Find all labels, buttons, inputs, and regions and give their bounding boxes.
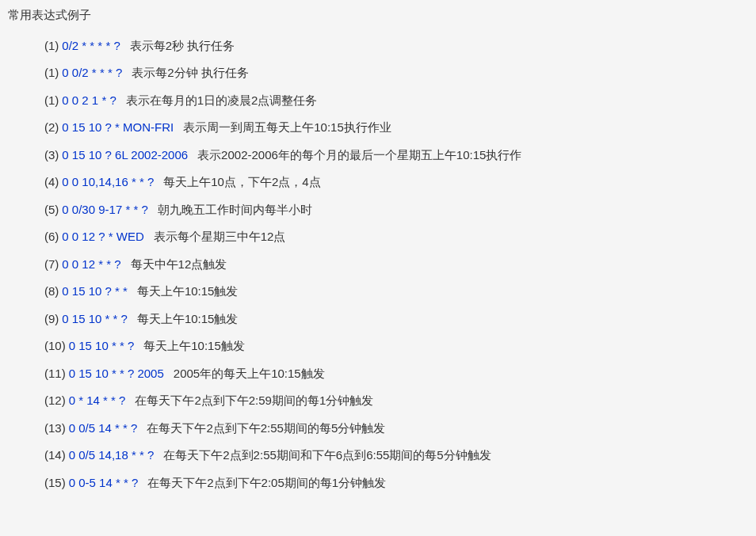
row-description: 表示2002-2006年的每个月的最后一个星期五上午10:15执行作 (197, 146, 521, 165)
row-description: 在每天下午2点到下午2:59期间的每1分钟触发 (135, 392, 373, 410)
expression-row: (1) 0 0/2 * * * ? 表示每2分钟 执行任务 (8, 59, 748, 87)
row-number: (3) (44, 146, 59, 165)
cron-expression: 0 0/30 9-17 * * ? (62, 201, 147, 219)
expression-row: (8) 0 15 10 ? * * 每天上午10:15触发 (8, 278, 748, 306)
cron-expression: 0 0 10,14,16 * * ? (62, 173, 154, 192)
row-description: 2005年的每天上午10:15触发 (174, 365, 325, 383)
row-number: (7) (44, 256, 59, 274)
row-description: 每天上午10:15触发 (143, 337, 245, 355)
row-number: (15) (44, 474, 66, 492)
expression-row: (13) 0 0/5 14 * * ? 在每天下午2点到下午2:55期间的每5分… (8, 415, 748, 443)
row-number: (1) (44, 37, 59, 55)
expression-row: (14) 0 0/5 14,18 * * ? 在每天下午2点到2:55期间和下午… (8, 442, 748, 469)
row-description: 在每天下午2点到下午2:05期间的每1分钟触发 (147, 474, 386, 492)
row-number: (11) (44, 365, 66, 383)
cron-expression: 0 0-5 14 * * ? (69, 474, 139, 492)
row-number: (2) (44, 119, 59, 137)
expression-row: (1) 0 0 2 1 * ? 表示在每月的1日的凌晨2点调整任务 (8, 87, 748, 115)
row-description: 每天上午10:15触发 (137, 283, 239, 301)
row-description: 在每天下午2点到下午2:55期间的每5分钟触发 (147, 420, 385, 438)
expression-row: (3) 0 15 10 ? 6L 2002-2006 表示2002-2006年的… (8, 142, 748, 169)
row-number: (8) (44, 283, 59, 301)
row-description: 每天上午10点，下午2点，4点 (163, 173, 320, 192)
cron-expression: 0 0/2 * * * ? (62, 64, 122, 82)
cron-expression: 0 0/5 14 * * ? (69, 420, 138, 438)
cron-expression: 0 15 10 * * ? (69, 337, 135, 355)
expression-row: (12) 0 * 14 * * ? 在每天下午2点到下午2:59期间的每1分钟触… (8, 387, 748, 415)
cron-expression: 0 0/5 14,18 * * ? (69, 447, 155, 465)
cron-expression: 0 15 10 ? * * (62, 283, 128, 301)
row-description: 表示每2分钟 执行任务 (132, 64, 249, 82)
expression-row: (1) 0/2 * * * * ? 表示每2秒 执行任务 (8, 32, 748, 60)
cron-expression: 0 0 12 ? * WED (62, 228, 143, 246)
expression-list: (1) 0/2 * * * * ? 表示每2秒 执行任务(1) 0 0/2 * … (8, 32, 748, 497)
expression-row: (10) 0 15 10 * * ? 每天上午10:15触发 (8, 333, 748, 360)
row-number: (6) (44, 228, 59, 246)
expression-row: (15) 0 0-5 14 * * ? 在每天下午2点到下午2:05期间的每1分… (8, 469, 748, 497)
row-description: 在每天下午2点到2:55期间和下午6点到6:55期间的每5分钟触发 (163, 447, 491, 465)
cron-expression: 0 * 14 * * ? (69, 392, 126, 410)
row-number: (14) (44, 447, 66, 465)
row-number: (12) (44, 392, 66, 410)
row-description: 表示每2秒 执行任务 (130, 37, 235, 55)
page-title: 常用表达式例子 (8, 6, 748, 25)
row-description: 每天上午10:15触发 (137, 310, 239, 329)
expression-row: (9) 0 15 10 * * ? 每天上午10:15触发 (8, 306, 748, 333)
row-number: (1) (44, 92, 59, 110)
row-description: 每天中午12点触发 (131, 256, 227, 274)
row-description: 朝九晚五工作时间内每半小时 (158, 201, 312, 219)
expression-row: (2) 0 15 10 ? * MON-FRI 表示周一到周五每天上午10:15… (8, 114, 748, 142)
expression-row: (4) 0 0 10,14,16 * * ? 每天上午10点，下午2点，4点 (8, 169, 748, 196)
cron-expression: 0 15 10 * * ? (62, 310, 128, 329)
row-number: (5) (44, 201, 59, 219)
cron-expression: 0 0 12 * * ? (62, 256, 120, 274)
cron-expression: 0 15 10 ? * MON-FRI (62, 119, 174, 137)
cron-expression: 0 0 2 1 * ? (62, 92, 116, 110)
row-number: (9) (44, 310, 59, 329)
row-description: 表示每个星期三中午12点 (154, 228, 286, 246)
expression-row: (5) 0 0/30 9-17 * * ? 朝九晚五工作时间内每半小时 (8, 196, 748, 224)
expression-row: (7) 0 0 12 * * ? 每天中午12点触发 (8, 251, 748, 279)
row-description: 表示周一到周五每天上午10:15执行作业 (183, 119, 391, 137)
row-number: (1) (44, 64, 59, 82)
cron-expression: 0/2 * * * * ? (62, 37, 120, 55)
row-number: (10) (44, 337, 66, 355)
row-number: (4) (44, 173, 59, 192)
expression-row: (6) 0 0 12 ? * WED 表示每个星期三中午12点 (8, 223, 748, 251)
row-number: (13) (44, 420, 66, 438)
row-description: 表示在每月的1日的凌晨2点调整任务 (126, 92, 318, 110)
cron-expression: 0 15 10 * * ? 2005 (69, 365, 164, 383)
cron-expression: 0 15 10 ? 6L 2002-2006 (62, 146, 188, 165)
expression-row: (11) 0 15 10 * * ? 2005 2005年的每天上午10:15触… (8, 360, 748, 388)
